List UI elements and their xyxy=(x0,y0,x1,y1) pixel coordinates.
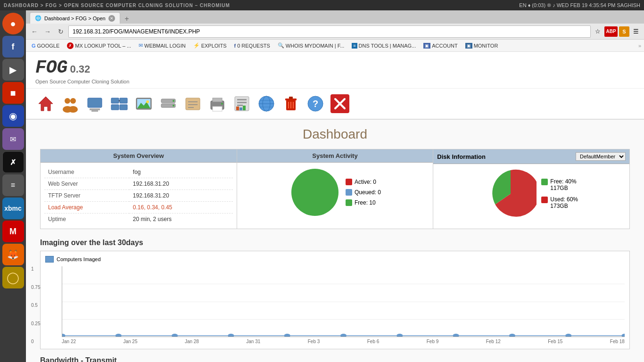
nav-storage-icon[interactable] xyxy=(158,93,179,114)
chart-legend: Computers Imaged xyxy=(45,256,625,263)
browser-window: 🌐 Dashboard > FOG > Open S... ✕ + ← → ↻ … xyxy=(26,10,644,362)
svg-point-63 xyxy=(621,334,625,337)
bookmark-account[interactable]: ▣ ACCOUNT xyxy=(421,42,460,49)
nav-globe-icon[interactable] xyxy=(256,93,277,114)
nav-images-icon[interactable] xyxy=(133,93,154,114)
svg-rect-33 xyxy=(239,107,242,110)
nav-tasks-icon[interactable] xyxy=(182,93,203,114)
nav-users-icon[interactable] xyxy=(60,93,81,114)
x-app-icon[interactable]: ✗ xyxy=(2,151,24,173)
svg-point-61 xyxy=(509,334,515,337)
value-uptime: 20 min, 2 users xyxy=(129,214,233,225)
legend-item-queued: Queued: 0 xyxy=(346,189,381,196)
svg-point-19 xyxy=(173,100,174,102)
svg-point-28 xyxy=(221,103,223,105)
nav-hosts-icon[interactable] xyxy=(84,93,105,114)
bookmark-mxlookup[interactable]: ✗ MX LOOKUP TOOL – ... xyxy=(64,41,134,50)
bookmark-webmail[interactable]: ✉ WEBMAIL LOGIN xyxy=(136,41,189,49)
chart-legend-box xyxy=(45,256,54,263)
activity-body: Active: 0 Queued: 0 Free: 10 xyxy=(237,163,433,222)
nav-printers-icon[interactable] xyxy=(207,93,228,114)
disk-pie-chart xyxy=(485,168,537,220)
fog-header: FOG 0.32 Open Source Computer Cloning So… xyxy=(26,52,644,89)
label-webserver: Web Server xyxy=(44,178,129,190)
bookmarks-bar: G GOOGLE ✗ MX LOOKUP TOOL – ... ✉ WEBMAI… xyxy=(26,40,644,52)
table-row: Load Average 0.16, 0.34, 0.45 xyxy=(44,202,233,214)
bookmarks-overflow[interactable]: » xyxy=(638,43,641,49)
fog-version: 0.32 xyxy=(70,63,90,75)
disk-free-sublabel: 117GB xyxy=(550,185,576,191)
svg-rect-21 xyxy=(186,98,200,110)
nav-trash-icon[interactable] xyxy=(281,93,301,114)
bookmark-dns[interactable]: ≡ DNS TOOLS | MANAG... xyxy=(349,42,419,49)
disk-used-color xyxy=(541,197,548,203)
svg-point-20 xyxy=(173,105,174,107)
disk-information-panel: Disk Information DefaultMember xyxy=(433,149,629,229)
xbmc-icon[interactable]: xbmc xyxy=(2,197,24,219)
bookmark-exploits[interactable]: ⚡ EXPLOITS xyxy=(190,41,230,49)
svg-text:?: ? xyxy=(313,99,318,109)
red-app-icon[interactable]: ■ xyxy=(2,82,24,104)
imaging-chart-container: Computers Imaged 1 0.75 0.5 0.25 0 xyxy=(40,251,630,349)
svg-point-56 xyxy=(228,334,234,337)
svg-point-62 xyxy=(565,334,571,337)
svg-rect-30 xyxy=(237,99,247,100)
chat-icon[interactable]: ✉ xyxy=(2,128,24,150)
star-button[interactable]: ☆ xyxy=(593,26,603,37)
grid-line-25 xyxy=(62,319,625,320)
bookmark-whois[interactable]: 🔍 WHOIS MYDOMAIN | F... xyxy=(275,41,347,49)
menu-button[interactable]: ☰ xyxy=(631,26,641,37)
legend-item-active: Active: 0 xyxy=(346,179,381,185)
disk-free-text: Free: 40% 117GB xyxy=(550,178,576,191)
nav-exit-icon[interactable] xyxy=(330,93,350,114)
browser2-icon[interactable]: ◉ xyxy=(2,105,24,127)
free-label: Free: 10 xyxy=(355,199,376,206)
stats-panels-row: System Overview Username fog Web Server … xyxy=(40,149,630,229)
facebook-icon[interactable]: f xyxy=(2,36,24,58)
svg-point-59 xyxy=(396,334,403,337)
svg-point-55 xyxy=(172,334,178,337)
bookmark-requests[interactable]: f 0 REQUESTS xyxy=(231,42,272,49)
svg-point-57 xyxy=(284,334,290,337)
disk-legend-used: Used: 60% 173GB xyxy=(541,196,578,209)
active-label: Active: 0 xyxy=(355,179,376,185)
disk-used-label: Used: 60% xyxy=(550,196,578,203)
label-uptime: Uptime xyxy=(44,214,129,225)
media-player-icon[interactable]: ▶ xyxy=(2,59,24,81)
free-color xyxy=(346,199,352,206)
value-username: fog xyxy=(129,166,233,178)
abp-button[interactable]: ABP xyxy=(604,26,618,37)
system-activity-panel: System Activity Active: 0 xyxy=(237,149,434,229)
browser-tab[interactable]: 🌐 Dashboard > FOG > Open S... ✕ xyxy=(30,12,120,24)
grid-line-75 xyxy=(62,284,625,284)
nav-home-icon[interactable] xyxy=(35,93,56,114)
svg-point-52 xyxy=(291,169,339,216)
activity-pie-chart xyxy=(289,166,341,218)
system-overview-table: Username fog Web Server 192.168.31.20 TF… xyxy=(44,166,233,225)
ubuntu-icon[interactable]: ● xyxy=(2,13,24,34)
nav-help-icon[interactable]: ? xyxy=(305,93,326,114)
reload-button[interactable]: ↻ xyxy=(55,26,66,37)
egg-icon[interactable]: ◯ xyxy=(2,267,24,288)
nav-network-icon[interactable] xyxy=(109,93,130,114)
nav-reports-icon[interactable] xyxy=(231,93,252,114)
svg-rect-34 xyxy=(243,106,246,110)
bookmark-monitor[interactable]: ▣ MONITOR xyxy=(462,42,501,49)
back-button[interactable]: ← xyxy=(29,26,40,37)
firefox-icon[interactable]: 🦊 xyxy=(2,244,24,265)
new-tab-button[interactable]: + xyxy=(122,14,132,24)
gmail-icon[interactable]: M xyxy=(2,221,24,242)
tab-close-button[interactable]: ✕ xyxy=(108,15,115,22)
svg-point-54 xyxy=(116,334,122,337)
disk-member-select[interactable]: DefaultMember xyxy=(576,152,626,161)
svg-point-60 xyxy=(453,334,459,337)
address-bar[interactable] xyxy=(68,25,591,38)
bookmark-google[interactable]: G GOOGLE xyxy=(29,42,62,49)
imaging-title: Imaging over the last 30days xyxy=(40,239,630,247)
chart-wrapper: 1 0.75 0.5 0.25 0 xyxy=(45,266,625,344)
files-icon[interactable]: ≡ xyxy=(2,174,24,196)
forward-button[interactable]: → xyxy=(42,26,53,37)
system-activity-header: System Activity xyxy=(237,149,433,163)
disk-legend: Free: 40% 117GB Used: 60% 173GB xyxy=(541,178,578,209)
ext-button[interactable]: S xyxy=(619,26,629,37)
